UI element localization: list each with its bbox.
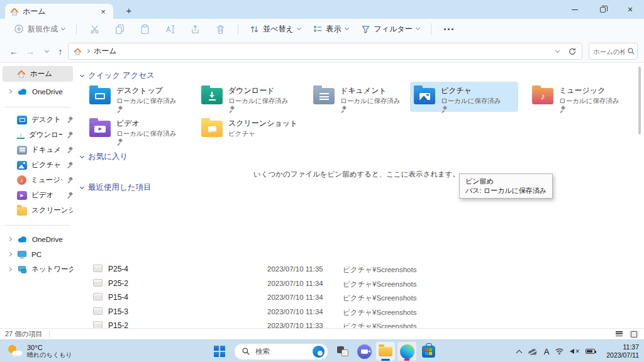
tile-music[interactable]: ミュージック ローカルに保存済み bbox=[528, 82, 636, 112]
tray-date: 2023/07/11 bbox=[606, 351, 639, 359]
recent-header[interactable]: 最近使用した項目 bbox=[80, 182, 152, 193]
start-button[interactable] bbox=[210, 342, 229, 361]
breadcrumb-chevron-icon bbox=[86, 49, 90, 53]
sidebar-label: スクリーンショット bbox=[31, 206, 73, 215]
up-button[interactable] bbox=[53, 44, 68, 59]
file-row[interactable]: P25-2 2023/07/10 11:34 ピクチャ¥Screenshots bbox=[77, 277, 636, 291]
window-controls bbox=[561, 0, 644, 19]
onedrive-tray-icon[interactable] bbox=[527, 348, 538, 355]
file-row[interactable]: P15-3 2023/07/10 11:34 ピクチャ¥Screenshots bbox=[77, 305, 636, 319]
sidebar-item-music[interactable]: ミュージック bbox=[3, 172, 73, 188]
back-button[interactable] bbox=[6, 44, 21, 59]
sidebar-item-home[interactable]: ホーム bbox=[3, 66, 73, 82]
expand-chevron-icon[interactable] bbox=[6, 90, 13, 93]
tile-name: スクリーンショット bbox=[228, 118, 297, 129]
cut-button[interactable] bbox=[83, 21, 106, 37]
filter-button[interactable]: フィルター bbox=[356, 21, 425, 38]
sidebar-label: デスクトップ bbox=[31, 115, 62, 124]
downloads-icon bbox=[17, 131, 25, 139]
share-button[interactable] bbox=[184, 21, 206, 37]
battery-icon[interactable] bbox=[586, 349, 595, 354]
section-title: クイック アクセス bbox=[88, 70, 155, 81]
file-path: ピクチャ¥Screenshots bbox=[343, 293, 416, 303]
edge-taskbar-button[interactable] bbox=[397, 342, 416, 361]
paste-button[interactable] bbox=[133, 21, 156, 37]
address-dropdown-icon[interactable] bbox=[555, 48, 560, 52]
recent-locations-button[interactable] bbox=[39, 44, 54, 59]
status-divider bbox=[49, 331, 50, 337]
file-date: 2023/07/10 11:34 bbox=[267, 308, 323, 315]
vertical-scrollbar[interactable] bbox=[638, 67, 641, 324]
sidebar-item-onedrive-drive[interactable]: OneDrive bbox=[3, 231, 73, 247]
sidebar-item-pictures[interactable]: ピクチャ bbox=[3, 157, 73, 173]
sidebar-item-network[interactable]: ネットワーク bbox=[3, 261, 73, 277]
tile-downloads[interactable]: ダウンロード ローカルに保存済み bbox=[197, 82, 306, 112]
chat-button[interactable] bbox=[355, 342, 374, 361]
wifi-icon[interactable] bbox=[555, 348, 564, 355]
view-button[interactable]: 表示 bbox=[308, 21, 353, 38]
restore-button[interactable] bbox=[589, 0, 616, 19]
favorites-header[interactable]: お気に入り bbox=[80, 151, 128, 162]
file-name: P25-2 bbox=[108, 279, 128, 288]
tile-videos[interactable]: ビデオ ローカルに保存済み bbox=[86, 114, 194, 145]
task-view-button[interactable] bbox=[333, 342, 352, 361]
pin-icon bbox=[116, 106, 123, 112]
breadcrumb[interactable]: ホーム bbox=[94, 46, 117, 57]
tab-home[interactable]: ホーム bbox=[5, 4, 113, 19]
refresh-icon[interactable] bbox=[568, 47, 577, 56]
toolbar-divider bbox=[238, 23, 238, 35]
tile-desktop[interactable]: デスクトップ ローカルに保存済み bbox=[86, 82, 194, 112]
tile-pictures[interactable]: ピクチャ ローカルに保存済み bbox=[410, 82, 518, 112]
sidebar-item-desktop[interactable]: デスクトップ bbox=[3, 112, 73, 128]
minimize-button[interactable] bbox=[561, 0, 589, 19]
store-taskbar-button[interactable] bbox=[419, 342, 438, 361]
tile-documents[interactable]: ドキュメント ローカルに保存済み bbox=[309, 82, 418, 112]
copy-button[interactable] bbox=[108, 21, 131, 37]
expand-chevron-icon[interactable] bbox=[6, 268, 13, 271]
search-box[interactable] bbox=[589, 43, 638, 60]
close-tab-icon[interactable] bbox=[98, 6, 108, 16]
pin-icon bbox=[67, 117, 73, 123]
sidebar-item-onedrive[interactable]: OneDrive bbox=[3, 84, 73, 99]
taskbar-search[interactable]: 検索 bbox=[234, 343, 328, 360]
navigation-pane: ホーム OneDrive デスクトップ ダウンロード ドキュメント bbox=[0, 63, 75, 328]
new-button[interactable]: 新規作成 bbox=[9, 21, 70, 38]
sidebar-item-downloads[interactable]: ダウンロード bbox=[3, 127, 73, 143]
desktop-folder-icon bbox=[17, 116, 27, 124]
details-view-button[interactable] bbox=[614, 330, 624, 339]
address-bar[interactable]: ホーム bbox=[68, 43, 582, 60]
forward-button[interactable] bbox=[23, 44, 38, 59]
cut-icon bbox=[89, 24, 100, 35]
sort-button[interactable]: 並べ替え bbox=[245, 21, 306, 38]
close-window-button[interactable] bbox=[616, 0, 644, 19]
bing-copilot-icon[interactable] bbox=[313, 346, 325, 358]
search-input[interactable] bbox=[593, 48, 625, 55]
sidebar-divider bbox=[5, 107, 70, 107]
tile-screenshots[interactable]: スクリーンショット ピクチャ bbox=[197, 114, 306, 145]
new-tab-button[interactable] bbox=[123, 4, 135, 16]
rename-button[interactable] bbox=[158, 21, 181, 37]
sidebar-label: ビデオ bbox=[31, 190, 62, 200]
status-bar: 27 個の項目 bbox=[0, 328, 644, 339]
large-icons-view-button[interactable] bbox=[629, 330, 639, 339]
quick-access-header[interactable]: クイック アクセス bbox=[80, 70, 155, 81]
more-button[interactable] bbox=[438, 21, 460, 37]
file-explorer-taskbar-button[interactable] bbox=[376, 342, 395, 361]
file-row[interactable]: P25-4 2023/07/10 11:35 ピクチャ¥Screenshots bbox=[77, 262, 636, 277]
file-row[interactable]: P15-4 2023/07/10 11:34 ピクチャ¥Screenshots bbox=[77, 290, 636, 305]
expand-chevron-icon[interactable] bbox=[6, 238, 13, 241]
weather-widget[interactable]: 30°C 晴れのちくもり bbox=[5, 342, 74, 361]
chevron-up-icon[interactable] bbox=[516, 349, 522, 356]
sidebar-item-pc[interactable]: PC bbox=[3, 246, 73, 262]
ime-indicator[interactable]: A bbox=[544, 347, 550, 356]
pin-icon bbox=[559, 106, 565, 112]
clock[interactable]: 11:37 2023/07/11 bbox=[606, 343, 639, 359]
expand-chevron-icon[interactable] bbox=[6, 253, 13, 256]
volume-muted-icon[interactable]: ✕ bbox=[570, 348, 580, 354]
sidebar-item-videos[interactable]: ビデオ bbox=[3, 187, 73, 203]
downloads-folder-icon bbox=[201, 88, 223, 104]
scrollbar-thumb[interactable] bbox=[638, 67, 641, 134]
delete-button[interactable] bbox=[209, 21, 231, 37]
sidebar-item-documents[interactable]: ドキュメント bbox=[3, 142, 73, 158]
sidebar-item-screenshots[interactable]: スクリーンショット bbox=[3, 202, 73, 218]
